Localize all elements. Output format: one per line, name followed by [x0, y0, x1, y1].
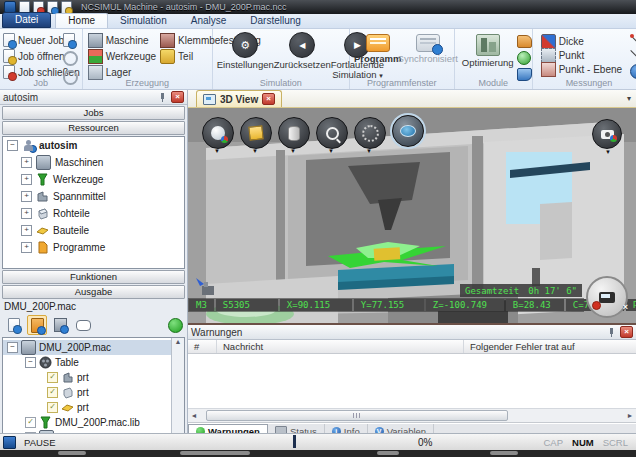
tool-lib-icon	[39, 416, 52, 429]
rotate-measure-icon[interactable]	[630, 64, 636, 79]
collapse-icon[interactable]: −	[25, 357, 36, 368]
tree-item-rohteile[interactable]: + Rohteile	[3, 205, 184, 222]
expand-icon[interactable]: +	[21, 242, 32, 253]
expand-icon[interactable]: +	[21, 174, 32, 185]
expand-icon[interactable]: +	[21, 157, 32, 168]
panel-close-button[interactable]: ×	[171, 91, 184, 103]
warnings-hscrollbar[interactable]: ◄ ►	[188, 409, 636, 423]
collapse-icon[interactable]: −	[7, 342, 18, 353]
scroll-thumb[interactable]	[206, 410, 508, 421]
job-doc-button[interactable]	[4, 315, 24, 335]
checkbox-icon[interactable]: ✓	[47, 387, 58, 398]
group-label-messungen: Messungen	[533, 78, 636, 88]
scroll-up-icon[interactable]: ▲	[175, 338, 182, 345]
warnings-list[interactable]	[188, 354, 636, 409]
view-stock-button[interactable]	[240, 117, 272, 149]
view-close-button[interactable]: ×	[262, 93, 275, 105]
sync-window-icon	[416, 34, 440, 52]
view-world-button[interactable]	[202, 117, 234, 149]
scroll-left-icon[interactable]: ◄	[188, 412, 200, 419]
tab-darstellung[interactable]: Darstellung	[238, 14, 313, 28]
view-cylinder-button[interactable]	[278, 117, 310, 149]
group-label-job: Job	[0, 78, 82, 88]
col-message[interactable]: Nachricht	[217, 340, 464, 353]
monitor-close-icon[interactable]: ×	[623, 302, 628, 312]
job-tree-prt-row-2[interactable]: ✓ prt	[3, 385, 184, 400]
punkt-ebene-button[interactable]: Punkt - Ebene	[541, 62, 622, 76]
job-tree-table-row[interactable]: − Table	[3, 355, 184, 370]
view-selection-button[interactable]	[354, 117, 386, 149]
resource-panel-title: autosim	[3, 92, 38, 103]
warnings-close-button[interactable]: ×	[620, 326, 633, 338]
warnings-title: Warnungen	[191, 327, 242, 338]
dotted-ring-icon	[362, 125, 379, 142]
caret-icon[interactable]: ▼	[594, 149, 622, 155]
job-tool-button[interactable]	[50, 315, 70, 335]
job-tree-prt-row-3[interactable]: ✓ prt	[3, 400, 184, 415]
pin-icon[interactable]	[607, 328, 616, 337]
tools-tree-icon	[36, 173, 49, 186]
view-zoom-button[interactable]	[316, 117, 348, 149]
col-number[interactable]: #	[188, 340, 217, 353]
checkbox-icon[interactable]: ✓	[47, 402, 58, 413]
total-time-bar: Gesamtzeit 0h 17' 6"	[460, 284, 582, 297]
qat-edit-icon[interactable]	[61, 1, 72, 14]
tab-3d-view[interactable]: 3D View ×	[196, 90, 282, 107]
job-tree-root-row[interactable]: − DMU_200P.mac	[3, 340, 184, 355]
checkbox-icon[interactable]: ✓	[25, 417, 36, 428]
ressourcen-section-button[interactable]: Ressourcen	[2, 121, 185, 135]
tree-item-spannmittel[interactable]: + Spannmittel	[3, 188, 184, 205]
skip-back-icon: ◀	[299, 41, 305, 50]
caret-icon[interactable]: ▼	[354, 148, 384, 154]
group-label-programmfenster: Programmfenster	[350, 78, 454, 88]
status-ball-icon[interactable]	[517, 51, 531, 65]
tree-item-maschinen[interactable]: + Maschinen	[3, 154, 184, 171]
viewport-monitor-button[interactable]: ×	[586, 276, 628, 318]
punkt-button[interactable]: Punkt	[541, 48, 622, 62]
tab-list-caret-icon[interactable]: ▾	[627, 94, 631, 103]
axis-indicator-icon	[194, 276, 220, 298]
job-comment-button[interactable]	[73, 315, 93, 335]
maschine-button[interactable]: Maschine	[88, 32, 156, 48]
tree-item-root[interactable]: − autosim	[3, 137, 184, 154]
job-tree-scrollbar[interactable]: ▲ ▼	[171, 338, 184, 443]
expand-icon[interactable]: +	[21, 191, 32, 202]
view-rotate-button[interactable]	[392, 115, 424, 147]
viewport-3d[interactable]: ▼ ▼ ▼ ▼ ▼ ▼ Gesamtzeit 0h 17' 6"	[188, 108, 636, 325]
job-program-button[interactable]	[27, 315, 47, 335]
measure-distance-icon[interactable]	[630, 34, 636, 47]
caret-icon[interactable]: ▼	[316, 148, 346, 154]
col-error[interactable]: Folgender Fehler trat auf	[464, 340, 636, 353]
job-tree-prt-row-1[interactable]: ✓ prt	[3, 370, 184, 385]
title-bar: NCSIMUL Machine - autosim - DMU_200P.mac…	[0, 0, 636, 14]
collapse-icon[interactable]: −	[7, 140, 18, 151]
tab-analyse[interactable]: Analyse	[179, 14, 239, 28]
expand-icon[interactable]: +	[21, 208, 32, 219]
duplicate-job-icon[interactable]	[63, 33, 75, 47]
funktionen-section-button[interactable]: Funktionen	[2, 270, 185, 284]
dicke-button[interactable]: Dicke	[541, 34, 622, 48]
caret-icon[interactable]: ▼	[240, 148, 270, 154]
reload-job-icon[interactable]	[63, 51, 78, 66]
tree-item-werkzeuge[interactable]: + Werkzeuge	[3, 171, 184, 188]
tab-home[interactable]: Home	[55, 13, 108, 28]
tree-item-bauteile[interactable]: + Bauteile	[3, 222, 184, 239]
taskbar-segment	[180, 451, 250, 455]
job-tree-lib-row[interactable]: ✓ DMU_200P.mac.lib	[3, 415, 184, 430]
hand-tool-icon[interactable]	[517, 35, 532, 48]
ausgabe-section-button[interactable]: Ausgabe	[2, 285, 185, 299]
measure-angle-icon[interactable]	[630, 49, 636, 62]
view-camera-button[interactable]	[592, 119, 622, 149]
pin-icon[interactable]	[158, 93, 167, 102]
jobs-section-button[interactable]: Jobs	[2, 106, 185, 120]
scroll-right-icon[interactable]: ►	[624, 412, 636, 419]
expand-icon[interactable]: +	[21, 225, 32, 236]
caret-icon[interactable]: ▼	[202, 148, 232, 154]
werkzeuge-button[interactable]: Werkzeuge	[88, 48, 156, 64]
tree-item-programme[interactable]: + Programme	[3, 239, 184, 256]
tab-datei[interactable]: Datei	[2, 12, 51, 28]
caret-icon[interactable]: ▼	[278, 148, 308, 154]
checkbox-icon[interactable]: ✓	[47, 372, 58, 383]
table-node-icon	[39, 356, 52, 369]
tab-simulation[interactable]: Simulation	[108, 14, 179, 28]
